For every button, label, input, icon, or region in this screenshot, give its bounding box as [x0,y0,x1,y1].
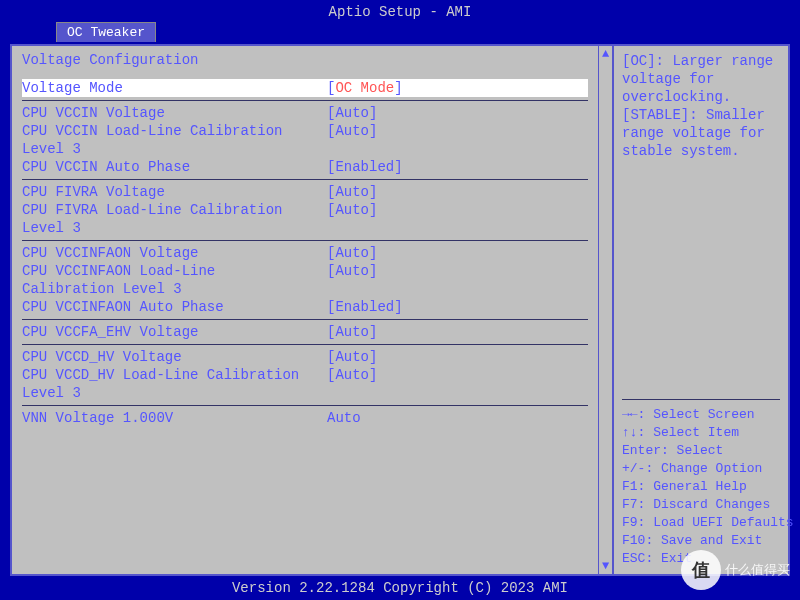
help-divider [622,399,780,400]
main-frame: Voltage Configuration Voltage Mode[OC Mo… [10,44,790,576]
watermark-text: 什么值得买 [725,561,790,579]
key-legend: →←: Select Screen↑↓: Select ItemEnter: S… [622,406,780,568]
window-title: Aptio Setup - AMI [0,0,800,22]
setting-value[interactable]: Auto [327,409,361,427]
setting-label: CPU VCCFA_EHV Voltage [22,323,327,341]
tab-row: OC Tweaker [0,22,800,42]
setting-row[interactable]: CPU VCCD_HV Voltage[Auto] [22,348,588,366]
setting-row[interactable]: CPU VCCIN Auto Phase[Enabled] [22,158,588,176]
setting-row[interactable]: Level 3 [22,219,588,237]
setting-row[interactable]: CPU VCCFA_EHV Voltage[Auto] [22,323,588,341]
divider [22,344,588,345]
key-hint: ↑↓: Select Item [622,424,780,442]
footer-version: Version 2.22.1284 Copyright (C) 2023 AMI [0,580,800,596]
key-hint: F9: Load UEFI Defaults [622,514,780,532]
setting-row[interactable]: CPU VCCINFAON Load-Line[Auto] [22,262,588,280]
tab-oc-tweaker[interactable]: OC Tweaker [56,22,156,42]
setting-value[interactable]: [Auto] [327,122,377,140]
scroll-up-icon[interactable]: ▲ [602,48,609,60]
settings-pane: Voltage Configuration Voltage Mode[OC Mo… [12,46,598,574]
setting-label: CPU FIVRA Load-Line Calibration [22,201,327,219]
key-hint: +/-: Change Option [622,460,780,478]
setting-value[interactable]: [Auto] [327,244,377,262]
section-title: Voltage Configuration [22,52,588,68]
key-hint: →←: Select Screen [622,406,780,424]
setting-value[interactable]: [Auto] [327,183,377,201]
setting-value[interactable]: [Auto] [327,201,377,219]
setting-label: CPU VCCINFAON Voltage [22,244,327,262]
setting-row[interactable]: Level 3 [22,384,588,402]
divider [22,319,588,320]
divider [22,179,588,180]
setting-value[interactable]: [OC Mode] [327,79,403,97]
setting-label: CPU VCCD_HV Load-Line Calibration [22,366,327,384]
help-pane: [OC]: Larger range voltage for overclock… [612,46,788,574]
setting-value[interactable]: [Auto] [327,262,377,280]
setting-label: CPU VCCD_HV Voltage [22,348,327,366]
setting-label: CPU VCCIN Load-Line Calibration [22,122,327,140]
divider [22,100,588,101]
watermark: 值 什么值得买 [681,550,790,590]
setting-value[interactable]: [Auto] [327,323,377,341]
setting-row[interactable]: CPU VCCINFAON Auto Phase[Enabled] [22,298,588,316]
divider [22,405,588,406]
setting-value[interactable]: [Auto] [327,348,377,366]
divider [22,240,588,241]
setting-row[interactable]: Level 3 [22,140,588,158]
key-hint: F10: Save and Exit [622,532,780,550]
setting-label: CPU VCCIN Auto Phase [22,158,327,176]
setting-label: Level 3 [22,219,327,237]
setting-row[interactable]: CPU VCCIN Load-Line Calibration[Auto] [22,122,588,140]
setting-row[interactable]: CPU FIVRA Load-Line Calibration[Auto] [22,201,588,219]
setting-label: Voltage Mode [22,79,327,97]
setting-label: VNN Voltage 1.000V [22,409,327,427]
watermark-badge-icon: 值 [681,550,721,590]
setting-label: Level 3 [22,140,327,158]
setting-row[interactable]: CPU VCCIN Voltage[Auto] [22,104,588,122]
key-hint: F1: General Help [622,478,780,496]
setting-label: CPU VCCINFAON Auto Phase [22,298,327,316]
setting-row[interactable]: Calibration Level 3 [22,280,588,298]
setting-row[interactable]: CPU VCCD_HV Load-Line Calibration[Auto] [22,366,588,384]
setting-row[interactable]: Voltage Mode[OC Mode] [22,79,588,97]
setting-label: Level 3 [22,384,327,402]
setting-value[interactable]: [Auto] [327,104,377,122]
setting-label: CPU VCCIN Voltage [22,104,327,122]
key-hint: F7: Discard Changes [622,496,780,514]
scrollbar[interactable]: ▲ ▼ [598,46,612,574]
help-text: [OC]: Larger range voltage for overclock… [622,52,780,160]
setting-row[interactable]: VNN Voltage 1.000VAuto [22,409,588,427]
setting-label: CPU FIVRA Voltage [22,183,327,201]
setting-value[interactable]: [Enabled] [327,298,403,316]
setting-row[interactable]: CPU VCCINFAON Voltage[Auto] [22,244,588,262]
scroll-down-icon[interactable]: ▼ [602,560,609,572]
setting-label: CPU VCCINFAON Load-Line [22,262,327,280]
setting-label: Calibration Level 3 [22,280,327,298]
key-hint: Enter: Select [622,442,780,460]
setting-row[interactable]: CPU FIVRA Voltage[Auto] [22,183,588,201]
setting-value[interactable]: [Auto] [327,366,377,384]
setting-value[interactable]: [Enabled] [327,158,403,176]
